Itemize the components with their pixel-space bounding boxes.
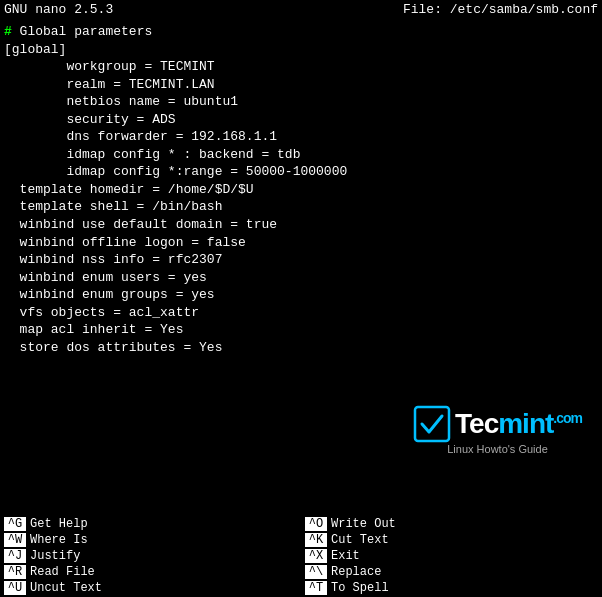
shortcut-key-1: ^O [305, 517, 327, 531]
editor-line-5: security = ADS [4, 111, 598, 129]
shortcut-key-8: ^U [4, 581, 26, 595]
tagline: Linux Howto's Guide [447, 443, 548, 455]
shortcut-key-0: ^G [4, 517, 26, 531]
editor-line-7: idmap config * : backend = tdb [4, 146, 598, 164]
shortcut-label-0: Get Help [30, 517, 88, 531]
shortcut-item-6[interactable]: ^RRead File [0, 564, 301, 580]
shortcut-label-7: Replace [331, 565, 381, 579]
shortcut-label-5: Exit [331, 549, 360, 563]
shortcut-key-6: ^R [4, 565, 26, 579]
app: GNU nano 2.5.3 File: /etc/samba/smb.conf… [0, 0, 602, 597]
editor-line-1: [global] [4, 41, 598, 59]
shortcut-item-4[interactable]: ^JJustify [0, 548, 301, 564]
editor-line-19: store dos attributes = Yes [4, 339, 598, 357]
title-bar: GNU nano 2.5.3 File: /etc/samba/smb.conf [0, 0, 602, 19]
shortcut-item-9[interactable]: ^TTo Spell [301, 580, 602, 596]
tecmint-icon [413, 405, 451, 443]
shortcut-key-2: ^W [4, 533, 26, 547]
editor-line-13: winbind offline logon = false [4, 234, 598, 252]
editor-line-4: netbios name = ubuntu1 [4, 93, 598, 111]
brand-com: .com [553, 410, 582, 426]
editor-line-12: winbind use default domain = true [4, 216, 598, 234]
shortcut-key-7: ^\ [305, 565, 327, 579]
shortcut-item-2[interactable]: ^WWhere Is [0, 532, 301, 548]
shortcut-key-9: ^T [305, 581, 327, 595]
svg-rect-1 [415, 407, 449, 441]
shortcut-item-8[interactable]: ^UUncut Text [0, 580, 301, 596]
brand-tec: Tec [455, 408, 498, 439]
shortcut-item-5[interactable]: ^XExit [301, 548, 602, 564]
shortcut-key-5: ^X [305, 549, 327, 563]
shortcut-label-2: Where Is [30, 533, 88, 547]
tecmint-logo: Tecmint.com [413, 405, 582, 443]
shortcut-item-1[interactable]: ^OWrite Out [301, 516, 602, 532]
shortcut-key-4: ^J [4, 549, 26, 563]
shortcut-label-1: Write Out [331, 517, 396, 531]
title-right: File: /etc/samba/smb.conf [403, 2, 598, 17]
shortcut-item-7[interactable]: ^\Replace [301, 564, 602, 580]
shortcut-label-6: Read File [30, 565, 95, 579]
brand-mint: mint [498, 408, 553, 439]
editor-line-2: workgroup = TECMINT [4, 58, 598, 76]
editor[interactable]: # Global parameters[global] workgroup = … [0, 19, 602, 515]
editor-line-18: map acl inherit = Yes [4, 321, 598, 339]
editor-line-11: template shell = /bin/bash [4, 198, 598, 216]
brand-text: Tecmint.com [455, 408, 582, 440]
shortcut-item-3[interactable]: ^KCut Text [301, 532, 602, 548]
editor-line-10: template homedir = /home/$D/$U [4, 181, 598, 199]
editor-line-14: winbind nss info = rfc2307 [4, 251, 598, 269]
editor-line-8: idmap config *:range = 50000-1000000 [4, 163, 598, 181]
title-left: GNU nano 2.5.3 [4, 2, 113, 17]
shortcut-label-8: Uncut Text [30, 581, 102, 595]
editor-line-15: winbind enum users = yes [4, 269, 598, 287]
editor-line-3: realm = TECMINT.LAN [4, 76, 598, 94]
shortcut-key-3: ^K [305, 533, 327, 547]
comment-hash: # [4, 24, 12, 39]
shortcut-item-0[interactable]: ^GGet Help [0, 516, 301, 532]
shortcut-label-3: Cut Text [331, 533, 389, 547]
editor-line-6: dns forwarder = 192.168.1.1 [4, 128, 598, 146]
editor-line-17: vfs objects = acl_xattr [4, 304, 598, 322]
bottom-bar: ^GGet Help^OWrite Out^WWhere Is^KCut Tex… [0, 515, 602, 597]
watermark: Tecmint.com Linux Howto's Guide [413, 405, 582, 455]
editor-line-0: # Global parameters [4, 23, 598, 41]
shortcut-label-9: To Spell [331, 581, 389, 595]
shortcut-label-4: Justify [30, 549, 80, 563]
svg-rect-0 [413, 405, 451, 443]
editor-line-16: winbind enum groups = yes [4, 286, 598, 304]
editor-lines: # Global parameters[global] workgroup = … [4, 23, 598, 356]
